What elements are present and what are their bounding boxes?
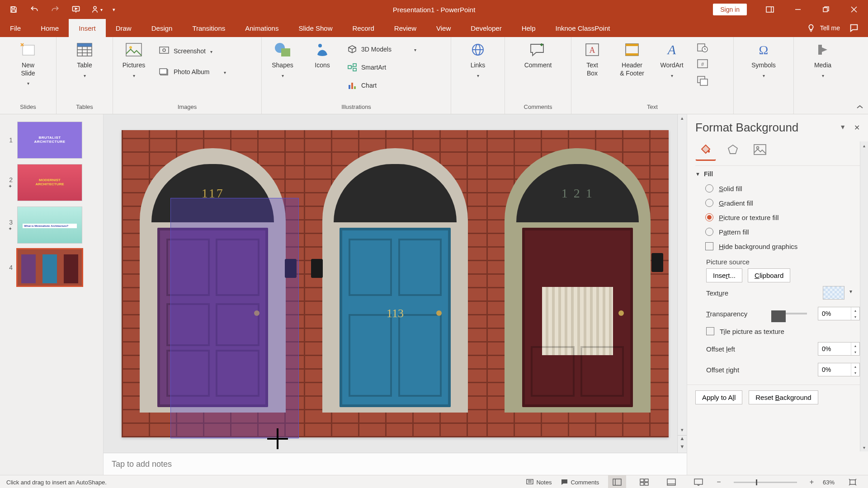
save-icon[interactable] [5,0,23,19]
table-button[interactable]: Table▾ [70,41,99,79]
tab-classpoint[interactable]: Inknoe ClassPoint [546,19,620,37]
tab-draw[interactable]: Draw [106,19,142,37]
sign-in-button[interactable]: Sign in [713,4,747,15]
new-slide-button[interactable]: New Slide▾ [14,41,42,87]
tab-help[interactable]: Help [512,19,546,37]
tab-file[interactable]: File [0,19,31,37]
picture-category-icon[interactable] [750,139,770,160]
tab-record[interactable]: Record [342,19,384,37]
fill-section-header[interactable]: ▼Fill [695,165,860,181]
slideshow-view-button[interactable] [689,475,708,488]
redo-icon[interactable] [46,0,64,19]
text-box-button[interactable]: A Text Box [578,41,607,77]
minimize-icon[interactable] [784,0,812,19]
solid-fill-radio[interactable]: Solid fill [695,181,860,196]
tab-home[interactable]: Home [31,19,69,37]
tab-slideshow[interactable]: Slide Show [288,19,342,37]
offset-right-spinner[interactable]: ▴▾ [818,363,860,376]
hide-bg-graphics-check[interactable]: Hide background graphics [695,239,860,253]
zoom-out-button[interactable]: − [717,478,721,486]
transparency-spinner[interactable]: ▴▾ [818,307,860,320]
fill-category-icon[interactable] [695,139,716,161]
effects-category-icon[interactable] [722,139,743,160]
tab-design[interactable]: Design [142,19,183,37]
gradient-fill-radio[interactable]: Gradient fill [695,196,860,210]
touch-mode-icon[interactable]: ▾ [88,0,106,19]
notes-toggle[interactable]: Notes [526,479,552,486]
slide-vertical-scrollbar[interactable]: ▴ ▾ ▲ ▼ [677,114,687,453]
media-label: Media [814,61,831,70]
comments-toggle[interactable]: Comments [561,479,599,486]
format-background-pane: Format Background ▼ ✕ ▼Fill Solid fill G… [687,114,868,475]
texture-picker[interactable] [823,286,844,300]
smartart-button[interactable]: SmartArt [348,61,416,74]
scroll-up-icon[interactable]: ▴ [681,115,684,123]
next-slide-icon[interactable]: ▼ [680,444,685,452]
thumbnail-2[interactable]: 2✦ MODERNIST ARCHITECTURE [0,161,103,204]
comment-button[interactable]: Comment [524,41,552,70]
thumbnail-3[interactable]: 3✦ What is Minimalistic Architecture? [0,204,103,246]
symbols-button[interactable]: Ω Symbols▾ [749,41,778,79]
thumbnail-1[interactable]: 1 BRUTALIST ARCHITECTURE [0,119,103,161]
screenshot-button[interactable]: Screenshot▾ [159,44,226,58]
3d-models-button[interactable]: 3D Models▾ [348,42,416,56]
present-from-start-icon[interactable] [67,0,85,19]
tab-review[interactable]: Review [384,19,426,37]
collapse-ribbon-icon[interactable] [856,104,863,111]
close-icon[interactable] [840,0,868,19]
shape-drawing-selection[interactable] [170,198,299,438]
fit-to-window-button[interactable] [844,475,862,488]
picture-fill-radio[interactable]: Picture or texture fill [695,210,860,225]
transparency-slider[interactable] [771,313,807,314]
svg-rect-33 [626,44,638,46]
shapes-button[interactable]: Shapes▾ [268,41,297,79]
apply-to-all-button[interactable]: Apply to All [695,390,742,404]
photo-album-button[interactable]: Photo Album▾ [159,65,226,79]
thumbnail-4[interactable]: 4 [0,246,103,289]
media-button[interactable]: Media▾ [808,41,837,79]
insert-picture-button[interactable]: Insert... [706,268,742,282]
pane-scrollbar[interactable]: ▴▾ [860,141,868,451]
icons-button[interactable]: Icons [308,41,337,70]
header-footer-button[interactable]: Header & Footer [618,41,646,77]
comments-toggle-icon[interactable] [849,23,859,33]
ribbon-display-icon[interactable] [756,0,784,19]
notes-pane[interactable]: Tap to add notes [104,453,687,475]
maximize-icon[interactable] [812,0,840,19]
tab-insert[interactable]: Insert [69,19,106,37]
clipboard-button[interactable]: Clipboard [748,268,790,282]
new-slide-label: New Slide [21,61,35,77]
reading-view-button[interactable] [662,475,680,488]
slide-sorter-view-button[interactable] [635,475,653,488]
pane-options-icon[interactable]: ▼ [840,123,846,132]
tile-picture-check[interactable]: Tile picture as texture [706,324,860,338]
reset-background-button[interactable]: Reset Background [749,390,818,404]
date-time-button[interactable] [697,42,708,54]
chart-button[interactable]: Chart [348,79,416,92]
tell-me-search[interactable]: Tell me [807,23,840,33]
links-icon [469,41,487,59]
tab-developer[interactable]: Developer [461,19,511,37]
svg-point-13 [129,46,132,49]
pane-close-icon[interactable]: ✕ [854,123,860,132]
pattern-fill-radio[interactable]: Pattern fill [695,225,860,239]
offset-left-spinner[interactable]: ▴▾ [818,342,860,356]
slide-number-button[interactable]: # [697,59,708,70]
zoom-level[interactable]: 63% [823,479,835,486]
qat-customize-icon[interactable]: ▾ [108,0,119,19]
zoom-in-button[interactable]: + [810,478,814,486]
object-button[interactable] [697,76,708,87]
status-bar: Click and drag to insert an AutoShape. N… [0,475,868,488]
prev-slide-icon[interactable]: ▲ [678,435,687,444]
pictures-button[interactable]: Pictures▾ [119,41,148,79]
tab-transitions[interactable]: Transitions [182,19,235,37]
wordart-button[interactable]: A WordArt▾ [657,41,686,79]
normal-view-button[interactable] [608,475,626,488]
scroll-down-icon[interactable]: ▾ [681,427,684,435]
tab-animations[interactable]: Animations [235,19,288,37]
group-media-label [800,110,845,112]
links-button[interactable]: Links▾ [463,41,492,79]
tab-view[interactable]: View [426,19,461,37]
undo-icon[interactable] [25,0,43,19]
zoom-slider[interactable] [734,482,797,483]
